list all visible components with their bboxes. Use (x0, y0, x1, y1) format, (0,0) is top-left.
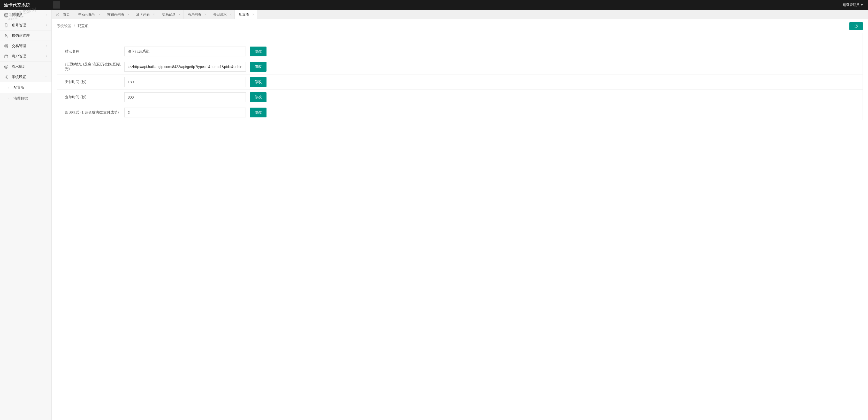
svg-point-5 (4, 65, 8, 68)
form-label: 站点名称 (57, 49, 124, 54)
svg-point-4 (5, 44, 8, 46)
gear-icon (4, 75, 8, 80)
sidebar-subitem-1[interactable]: 清理数据 (0, 93, 52, 104)
tabs: 首页中石化账号×核销商列表×油卡列表×交易记录×商户列表×每日流水×配置项× (52, 10, 868, 19)
form-input-0[interactable] (124, 47, 246, 56)
breadcrumb-bar: 系统设置 / 配置项 (52, 19, 868, 33)
sidebar-item-2[interactable]: 核销商管理 (0, 31, 52, 41)
chevron-icon (45, 24, 48, 27)
user-menu[interactable]: 超级管理员 (843, 3, 863, 7)
chevron-icon (45, 13, 48, 17)
sidebar-item-1[interactable]: 账号管理 (0, 20, 52, 31)
refresh-icon (854, 24, 858, 28)
svg-point-6 (5, 66, 7, 68)
form-label: 查单时间 (秒) (57, 95, 124, 99)
sidebar-subitem-0[interactable]: 配置项 (0, 82, 52, 93)
modify-button[interactable]: 修改 (250, 47, 267, 56)
svg-point-3 (5, 34, 7, 36)
user-icon (4, 33, 8, 38)
form-input-2[interactable] (124, 77, 246, 87)
tab-close-button[interactable]: × (152, 13, 155, 16)
refresh-button[interactable] (849, 22, 863, 30)
chevron-icon (45, 55, 48, 58)
modify-button[interactable]: 修改 (250, 92, 267, 102)
tab-5[interactable]: 商户列表× (184, 10, 209, 19)
tab-label: 核销商列表 (107, 12, 124, 17)
form-input-1[interactable] (124, 62, 246, 72)
form-row-2: 支付时间 (秒)修改 (57, 74, 863, 89)
modify-button[interactable]: 修改 (250, 77, 267, 87)
sidebar-item-0[interactable]: 管理员 (0, 10, 52, 20)
container: 管理员账号管理核销商管理交易管理商户管理流水统计系统设置配置项清理数据 首页中石… (0, 10, 868, 420)
tab-label: 首页 (63, 12, 70, 17)
tab-2[interactable]: 核销商列表× (103, 10, 132, 19)
svg-rect-0 (4, 13, 8, 16)
svg-point-8 (6, 76, 7, 78)
sidebar-item-label: 核销商管理 (12, 33, 45, 38)
tab-close-button[interactable]: × (127, 13, 130, 16)
svg-point-1 (5, 14, 6, 15)
sidebar-item-label: 交易管理 (12, 44, 45, 48)
sidebar-subitem-label: 配置项 (13, 85, 24, 90)
form-input-3[interactable] (124, 92, 246, 102)
chevron-icon (45, 65, 48, 68)
modify-button[interactable]: 修改 (250, 62, 267, 72)
chevron-right-icon (8, 96, 10, 100)
tab-3[interactable]: 油卡列表× (132, 10, 158, 19)
tab-label: 中石化账号 (78, 12, 95, 17)
form-row-0: 站点名称修改 (57, 44, 863, 59)
home-icon (56, 12, 61, 17)
phone-icon (4, 23, 8, 28)
tab-1[interactable]: 中石化账号× (74, 10, 103, 19)
tab-label: 交易记录 (162, 12, 176, 17)
breadcrumb-parent[interactable]: 系统设置 (57, 24, 71, 28)
sidebar-subitem-label: 清理数据 (13, 96, 28, 101)
sidebar-item-label: 系统设置 (12, 75, 45, 80)
tab-close-button[interactable]: × (98, 13, 101, 16)
tab-close-button[interactable]: × (204, 13, 207, 16)
menu-toggle-button[interactable] (53, 1, 60, 8)
sidebar: 管理员账号管理核销商管理交易管理商户管理流水统计系统设置配置项清理数据 (0, 10, 52, 420)
form-row-1: 代理ip地址 (芝麻|流冠|万变|豌豆|极光)修改 (57, 59, 863, 74)
content: 系统设置 / 配置项 站点名称修改代理ip地址 (芝麻|流冠|万变|豌豆|极光)… (52, 19, 868, 420)
target-icon (4, 64, 8, 69)
sidebar-item-5[interactable]: 流水统计 (0, 62, 52, 72)
sidebar-item-label: 商户管理 (12, 54, 45, 59)
menu-icon (55, 4, 58, 6)
tab-0[interactable]: 首页 (52, 10, 74, 19)
user-label: 超级管理员 (843, 3, 860, 7)
tab-label: 商户列表 (188, 12, 201, 17)
caret-down-icon (861, 4, 863, 6)
form-row-3: 查单时间 (秒)修改 (57, 89, 863, 105)
form-label: 回调模式 (1:充值成功/2:支付成功) (57, 110, 124, 115)
modify-button[interactable]: 修改 (250, 108, 267, 117)
tab-label: 油卡列表 (136, 12, 150, 17)
header: 油卡代充系统 超级管理员 (0, 0, 868, 10)
form-row-4: 回调模式 (1:充值成功/2:支付成功)修改 (57, 105, 863, 120)
main: 首页中石化账号×核销商列表×油卡列表×交易记录×商户列表×每日流水×配置项× 系… (52, 10, 868, 420)
sidebar-item-label: 管理员 (12, 13, 45, 17)
breadcrumb-separator: / (74, 24, 75, 28)
merchant-icon (4, 54, 8, 59)
app-title: 油卡代充系统 (4, 2, 30, 8)
form-input-4[interactable] (124, 108, 246, 117)
breadcrumb-current: 配置项 (78, 24, 88, 28)
tab-label: 配置项 (239, 12, 249, 17)
tab-close-button[interactable]: × (229, 13, 232, 16)
sidebar-item-6[interactable]: 系统设置 (0, 72, 52, 82)
form-panel: 站点名称修改代理ip地址 (芝麻|流冠|万变|豌豆|极光)修改支付时间 (秒)修… (57, 33, 863, 120)
tab-4[interactable]: 交易记录× (158, 10, 184, 19)
form-label: 代理ip地址 (芝麻|流冠|万变|豌豆|极光) (57, 62, 124, 71)
sidebar-item-label: 账号管理 (12, 23, 45, 28)
sidebar-item-3[interactable]: 交易管理 (0, 41, 52, 51)
header-left: 油卡代充系统 (4, 1, 60, 8)
tab-7[interactable]: 配置项× (235, 10, 257, 19)
sidebar-item-4[interactable]: 商户管理 (0, 51, 52, 62)
form-label: 支付时间 (秒) (57, 80, 124, 84)
chevron-icon (45, 34, 48, 37)
tab-close-button[interactable]: × (251, 13, 255, 16)
tab-close-button[interactable]: × (178, 13, 181, 16)
svg-point-7 (6, 66, 6, 67)
chevron-icon (45, 44, 48, 48)
tab-6[interactable]: 每日流水× (209, 10, 235, 19)
